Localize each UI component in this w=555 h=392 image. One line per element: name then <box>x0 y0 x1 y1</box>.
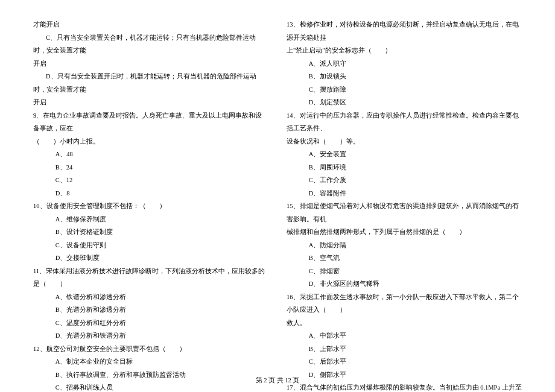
text-line: 13、检修作业时，对待检设备的电源必须切断，并经启动复查确认无电后，在电源开关箱… <box>287 18 522 44</box>
text-line: A、维修保养制度 <box>33 213 268 226</box>
text-line: B、光谱分析和渗透分析 <box>33 303 268 317</box>
text-line: D、容器附件 <box>287 187 522 200</box>
text-line: A、制定本企业的安全目标 <box>33 355 268 368</box>
text-line: 16、采掘工作面发生透水事故时，第一小分队一般应进入下部水平救人，第二个小队应进… <box>287 291 522 317</box>
text-line: C、温度分析和红外分析 <box>33 317 268 330</box>
text-line: 设备状况和（ ）等。 <box>287 135 522 148</box>
text-line: C、工作介质 <box>287 174 522 187</box>
text-line: C、设备使用守则 <box>33 239 268 252</box>
text-line: 12、航空公司对航空安全的主要职责不包括（ ） <box>33 343 268 356</box>
text-line: 10、设备使用安全管理制度不包括：（ ） <box>33 200 268 213</box>
text-line: D、光谱分析和铁谱分析 <box>33 329 268 343</box>
text-line: 11、宋体采用油液分析技术进行故障诊断时，下列油液分析技术中，应用较多的是（ ） <box>33 265 268 291</box>
text-line: D、交接班制度 <box>33 251 268 265</box>
text-line: B、空气流 <box>287 251 522 265</box>
text-line: 上"禁止启动"的安全标志并（ ） <box>287 44 522 57</box>
text-line: B、24 <box>33 161 268 174</box>
text-line: C、后部水平 <box>287 355 522 368</box>
text-line: B、上部水平 <box>287 343 522 356</box>
text-line: A、派人职守 <box>287 57 522 71</box>
text-line: B、周围环境 <box>287 161 522 174</box>
text-line: D、划定禁区 <box>287 96 522 109</box>
text-line: 9、在电力企业事故调查要及时报告。人身死亡事故、重大及以上电网事故和设备事故，应… <box>33 109 268 135</box>
text-line: 才能开启 <box>33 18 268 31</box>
text-line: A、48 <box>33 148 268 161</box>
text-line: C、12 <box>33 174 268 187</box>
text-line: 械排烟和自然排烟两种形式，下列属于自然排烟的是（ ） <box>287 226 522 239</box>
text-line: A、中部水平 <box>287 329 522 343</box>
text-line: 开启 <box>33 96 268 109</box>
text-line: C、排烟窗 <box>287 265 522 278</box>
text-line: 14、对运行中的压力容器，应由专职操作人员进行经常性检查。检查内容主要包括工艺条… <box>287 109 522 135</box>
text-line: A、安全装置 <box>287 148 522 161</box>
left-column: 才能开启C、只有当安全装置关合时，机器才能运转；只有当机器的危险部件运动时，安全… <box>33 18 268 368</box>
text-line: C、只有当安全装置关合时，机器才能运转；只有当机器的危险部件运动时，安全装置才能 <box>33 31 268 57</box>
text-line: D、8 <box>33 187 268 200</box>
text-line: 15、排烟是使烟气沿着对人和物没有危害的渠道排到建筑外，从而消除烟气的有害影响。… <box>287 200 522 226</box>
text-line: 救人。 <box>287 317 522 330</box>
right-column: 13、检修作业时，对待检设备的电源必须切断，并经启动复查确认无电后，在电源开关箱… <box>287 18 522 368</box>
text-line: D、只有当安全装置开启时，机器才能运转；只有当机器的危险部件运动时，安全装置才能 <box>33 70 268 96</box>
text-line: C、摆放路障 <box>287 83 522 96</box>
text-line: （ ）小时内上报。 <box>33 135 268 148</box>
text-line: D、非火源区的烟气稀释 <box>287 277 522 291</box>
text-line: B、加设锁头 <box>287 70 522 83</box>
text-line: A、防烟分隔 <box>287 239 522 252</box>
text-line: A、铁谱分析和渗透分析 <box>33 291 268 304</box>
page-container: 才能开启C、只有当安全装置关合时，机器才能运转；只有当机器的危险部件运动时，安全… <box>33 18 522 368</box>
text-line: 开启 <box>33 57 268 71</box>
page-footer: 第 2 页 共 12 页 <box>0 376 555 385</box>
text-line: B、设计资格证制度 <box>33 226 268 239</box>
